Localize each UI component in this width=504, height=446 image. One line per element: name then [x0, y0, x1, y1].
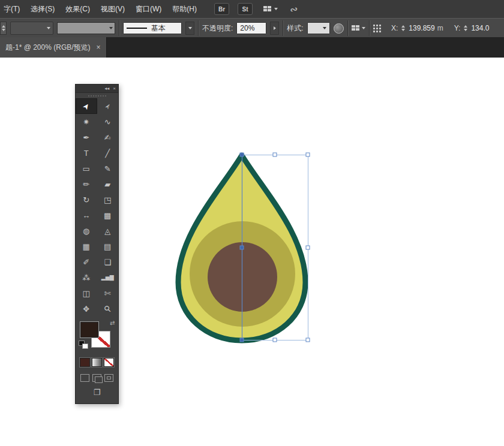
draw-normal-icon[interactable] — [80, 374, 89, 382]
gradient-button[interactable] — [92, 358, 102, 367]
brush-definition-dropdown-button[interactable] — [185, 22, 194, 35]
clipped-edge-control[interactable] — [0, 22, 7, 35]
selection-tool[interactable]: ➤ — [76, 98, 97, 114]
rectangle-tool[interactable]: ▭ — [76, 161, 97, 176]
stock-button[interactable]: St — [238, 3, 253, 15]
menu-bar: 字(T) 选择(S) 效果(C) 视图(V) 窗口(W) 帮助(H) Br St… — [0, 0, 504, 19]
swap-fill-stroke-icon[interactable]: ⇄ — [110, 320, 115, 326]
menu-item-select[interactable]: 选择(S) — [25, 0, 60, 18]
selection-handle[interactable] — [273, 153, 277, 156]
align-dropdown[interactable] — [352, 25, 365, 32]
collapse-panel-icon[interactable]: ◂◂ — [104, 85, 109, 92]
opacity-field[interactable]: 20% — [236, 22, 266, 34]
tools-panel[interactable]: ◂◂ × ➤ ➣ ✷ ∿ ✒ ✍ — [75, 84, 119, 404]
blend-tool[interactable]: ❏ — [97, 254, 119, 270]
stroke-profile-select[interactable]: 基本 — [123, 22, 182, 34]
opacity-expand-button[interactable] — [270, 22, 279, 35]
gradient-tool[interactable]: ▤ — [97, 239, 119, 254]
eyedropper-tool[interactable]: ✐ — [76, 254, 97, 270]
close-panel-icon[interactable]: × — [113, 85, 116, 92]
pencil-tool[interactable]: ✏ — [76, 176, 97, 192]
symbol-sprayer-tool[interactable]: ⁂ — [76, 270, 97, 285]
y-label: Y: — [454, 24, 461, 32]
shape-builder-tool[interactable]: ◍ — [76, 223, 97, 239]
tool-icon: ◬ — [104, 227, 110, 236]
screen-mode-row: ❐ — [76, 388, 118, 397]
menu-item-view[interactable]: 视图(V) — [95, 0, 130, 18]
divider — [347, 20, 348, 36]
selection-anchor-filled[interactable] — [240, 246, 244, 249]
zoom-tool[interactable]: ⚲ — [97, 301, 119, 317]
draw-behind-icon[interactable] — [92, 374, 101, 382]
tools-panel-header: ◂◂ × — [76, 85, 118, 93]
scale-tool[interactable]: ◳ — [97, 192, 119, 207]
divider — [198, 20, 199, 36]
tool-icon: ↻ — [83, 195, 89, 204]
slice-tool[interactable]: ✄ — [97, 285, 119, 301]
hand-tool[interactable]: ✥ — [76, 301, 97, 317]
document-tab-bar: 题-1* @ 200% (RGB/预览) × — [0, 37, 504, 58]
x-unit: m — [437, 24, 443, 32]
selection-handle[interactable] — [306, 338, 310, 342]
selection-handle[interactable] — [306, 246, 310, 249]
selection-handle[interactable] — [273, 338, 277, 342]
type-tool[interactable]: T — [76, 145, 97, 161]
x-stepper[interactable] — [400, 25, 406, 31]
style-swatch-select[interactable] — [307, 22, 330, 34]
menu-item-window[interactable]: 窗口(W) — [130, 0, 167, 18]
stroke-line-icon — [127, 28, 147, 29]
direct-selection-tool[interactable]: ➣ — [97, 98, 119, 114]
tool-icon: ▂▅▇ — [101, 275, 114, 281]
tool-icon: ⚲ — [102, 303, 113, 315]
document-tab[interactable]: 题-1* @ 200% (RGB/预览) × — [0, 37, 107, 58]
control-bar: 基本 不透明度: 20% 样式: X: 139.859 m Y: 134.0 — [0, 18, 504, 38]
brush-swatch-dropdown[interactable] — [57, 22, 115, 34]
selection-anchor-filled[interactable] — [240, 338, 244, 342]
column-graph-tool[interactable]: ▂▅▇ — [97, 270, 119, 285]
eraser-tool[interactable]: ▰ — [97, 176, 119, 192]
width-tool[interactable]: ↔ — [76, 207, 97, 223]
pen-tool[interactable]: ✒ — [76, 129, 97, 145]
y-coordinate-field[interactable]: 134.0 — [471, 24, 489, 32]
fill-swatch[interactable] — [80, 321, 99, 338]
tool-icon: ▰ — [104, 180, 110, 189]
menu-item-help[interactable]: 帮助(H) — [167, 0, 202, 18]
close-tab-icon[interactable]: × — [97, 43, 101, 52]
lasso-tool[interactable]: ∿ — [97, 114, 119, 129]
panel-drag-handle[interactable] — [76, 93, 118, 98]
draw-inside-icon[interactable] — [104, 374, 113, 382]
free-transform-tool[interactable]: ▩ — [97, 207, 119, 223]
line-segment-tool[interactable]: ╱ — [97, 145, 119, 161]
mesh-tool[interactable]: ▦ — [76, 239, 97, 254]
magic-wand-tool[interactable]: ✷ — [76, 114, 97, 129]
tool-icon: ✒ — [83, 133, 89, 142]
tool-icon: ✏ — [83, 180, 89, 189]
divider — [119, 20, 119, 36]
menu-item-effect[interactable]: 效果(C) — [60, 0, 95, 18]
none-button[interactable] — [104, 358, 114, 367]
paintbrush-tool[interactable]: ✎ — [97, 161, 119, 176]
default-fill-stroke-icon[interactable] — [79, 340, 88, 349]
y-stepper[interactable] — [463, 25, 469, 31]
reference-point-icon[interactable] — [373, 25, 381, 32]
color-mode-buttons — [76, 358, 118, 367]
artboard-tool[interactable]: ◫ — [76, 285, 97, 301]
recolor-artwork-icon[interactable] — [334, 23, 344, 34]
selection-handle[interactable] — [306, 153, 310, 156]
fill-stroke-swatches: ⇄ — [76, 318, 118, 352]
opacity-label: 不透明度: — [202, 23, 233, 34]
brush-definition-label: 基本 — [151, 23, 166, 34]
x-coordinate-field[interactable]: 139.859 — [409, 24, 434, 32]
tool-icon: ✐ — [83, 258, 89, 267]
arrange-documents-button[interactable] — [263, 6, 278, 13]
perspective-grid-tool[interactable]: ◬ — [97, 223, 119, 239]
blob-brush-tool[interactable]: ✍ — [97, 129, 119, 145]
screen-mode-icon[interactable]: ❐ — [94, 388, 101, 397]
divider — [283, 20, 283, 36]
color-button[interactable] — [80, 358, 90, 367]
appearance-dropdown[interactable] — [10, 22, 53, 35]
menu-item-type[interactable]: 字(T) — [0, 0, 25, 18]
bridge-button[interactable]: Br — [214, 3, 229, 15]
rotate-tool[interactable]: ↻ — [76, 192, 97, 207]
selection-anchor-filled[interactable] — [240, 153, 244, 156]
